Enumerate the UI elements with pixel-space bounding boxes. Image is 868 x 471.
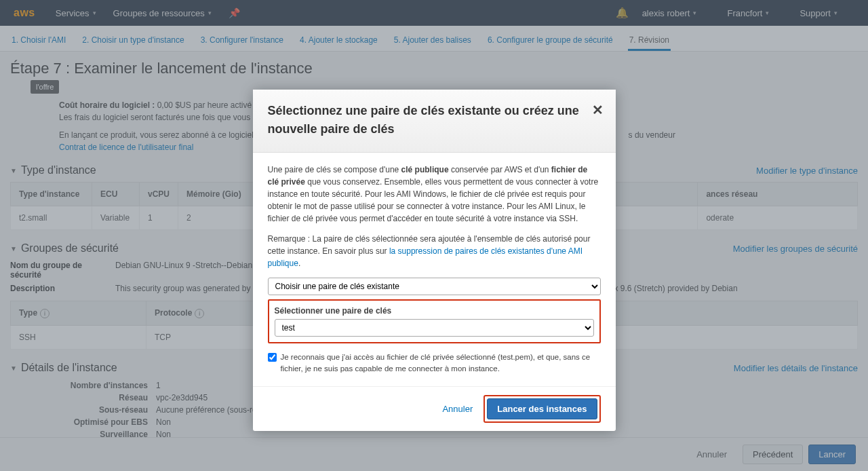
- close-icon[interactable]: ✕: [592, 102, 604, 118]
- modal-cancel-button[interactable]: Annuler: [442, 404, 473, 414]
- acknowledge-checkbox[interactable]: [268, 353, 277, 362]
- acknowledge-text: Je reconnais que j'ai accès au fichier d…: [281, 352, 601, 375]
- keypair-select[interactable]: test: [275, 319, 594, 337]
- launch-highlight: Lancer des instances: [484, 395, 600, 423]
- keypair-mode-select[interactable]: Choisir une paire de clés existante: [268, 278, 601, 295]
- keypair-select-label: Sélectionner une paire de clés: [275, 305, 594, 317]
- modal-title: Sélectionnez une paire de clés existante…: [268, 102, 601, 138]
- launch-instances-button[interactable]: Lancer des instances: [487, 398, 597, 419]
- modal-description-1: Une paire de clés se compose d'une clé p…: [268, 164, 601, 225]
- keypair-modal: ✕ Sélectionnez une paire de clés existan…: [253, 90, 616, 431]
- keypair-select-highlight: Sélectionner une paire de clés test: [268, 299, 601, 343]
- modal-description-2: Remarque : La paire de clés sélectionnée…: [268, 233, 601, 269]
- modal-overlay: ✕ Sélectionnez une paire de clés existan…: [0, 0, 868, 471]
